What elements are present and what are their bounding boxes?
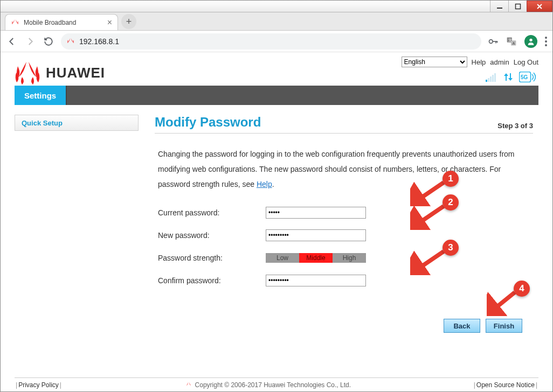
huawei-favicon-icon [11,18,19,27]
annotation-arrow-4 [487,289,519,316]
svg-rect-15 [490,76,492,82]
new-password-input[interactable] [266,229,366,241]
copyright-text: Copyright © 2006-2017 Huawei Technologie… [195,381,351,389]
privacy-link[interactable]: Privacy Policy [18,381,59,389]
current-password-input[interactable] [266,207,366,219]
password-strength-label: Password strength: [158,254,266,262]
open-source-link[interactable]: Open Source Notice [476,381,535,389]
password-strength-meter: Low Middle High [266,253,366,263]
help-link[interactable]: Help [472,58,486,66]
footer: | Privacy Policy | Copyright © 2006-2017… [15,377,538,391]
svg-point-12 [529,38,532,41]
svg-rect-6 [495,41,496,43]
reload-icon[interactable] [43,36,54,47]
translate-icon[interactable]: 文A [506,36,517,47]
key-icon[interactable] [488,36,499,47]
minimize-button[interactable] [490,1,508,12]
annotation-callout-3: 3 [443,240,459,256]
svg-text:A: A [513,41,515,45]
5g-badge-icon: 5G [519,72,536,82]
profile-avatar[interactable] [524,35,537,48]
sidebar: Quick Setup [15,115,139,377]
tab-close-icon[interactable]: × [107,18,112,27]
sidebar-item-quick-setup[interactable]: Quick Setup [15,115,139,131]
confirm-password-label: Confirm password: [158,276,266,285]
user-label: admin [490,58,509,66]
nav-tab-settings[interactable]: Settings [15,86,67,105]
main-panel: Modify Password Step 3 of 3 Changing the… [155,115,538,377]
brand-text: HUAWEI [46,65,105,81]
svg-text:文: 文 [508,38,512,42]
svg-rect-17 [494,73,496,82]
window-titlebar [1,1,552,12]
browser-tabstrip: Mobile Broadband × + [1,12,552,31]
confirm-password-input[interactable] [266,275,366,286]
svg-rect-14 [488,78,489,82]
svg-rect-7 [497,41,498,43]
finish-button[interactable]: Finish [486,319,522,333]
step-indicator: Step 3 of 3 [497,122,533,130]
svg-rect-1 [515,4,520,9]
svg-rect-13 [486,80,487,82]
brand-logo: HUAWEI [15,57,105,85]
new-password-label: New password: [158,231,266,240]
back-button[interactable]: Back [444,319,480,333]
forward-icon[interactable] [24,36,36,47]
svg-point-4 [489,39,493,43]
tab-title: Mobile Broadband [24,19,76,26]
help-inline-link[interactable]: Help [257,180,272,188]
back-icon[interactable] [6,36,18,47]
strength-middle: Middle [299,253,333,263]
browser-tab[interactable]: Mobile Broadband × [5,14,118,30]
svg-line-24 [492,292,515,311]
logout-link[interactable]: Log Out [514,58,538,66]
svg-line-21 [417,183,444,201]
description-text: Changing the password for logging in to … [155,146,533,192]
svg-text:5G: 5G [521,74,528,80]
language-select[interactable]: English [402,57,467,67]
strength-low: Low [266,253,299,263]
maximize-button[interactable] [508,1,527,12]
footer-logo-icon [184,381,193,389]
annotation-callout-1: 1 [443,171,459,187]
annotation-callout-2: 2 [443,194,459,211]
url-favicon-icon [66,37,75,46]
new-tab-button[interactable]: + [121,14,136,29]
annotation-arrow-2 [410,203,448,230]
address-bar[interactable]: 192.168.8.1 [61,33,481,50]
updown-icon [503,72,514,82]
annotation-callout-4: 4 [514,281,530,297]
annotation-arrow-3 [410,248,448,275]
svg-line-22 [417,206,444,225]
main-nav: Settings [15,86,538,105]
svg-line-23 [417,251,444,270]
svg-rect-5 [492,41,497,42]
browser-toolbar: 192.168.8.1 文A [1,31,552,52]
page-title: Modify Password [155,115,261,130]
current-password-label: Current password: [158,208,266,217]
status-icons: 5G [486,72,538,82]
signal-icon [486,72,497,82]
url-text: 192.168.8.1 [79,37,119,46]
browser-menu-icon[interactable] [545,37,547,46]
huawei-petal-icon [15,61,40,85]
svg-rect-16 [492,75,494,82]
strength-high: High [333,253,366,263]
close-button[interactable] [527,1,552,12]
